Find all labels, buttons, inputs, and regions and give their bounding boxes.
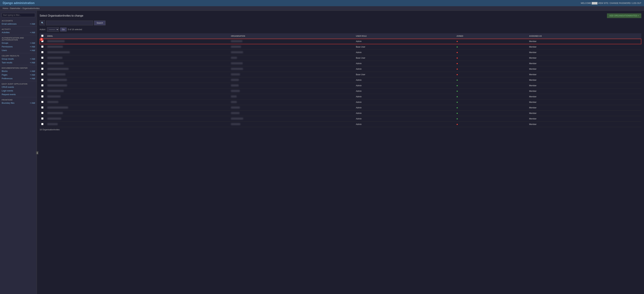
sidebar-collapse-button[interactable]: ❮ [36,151,38,154]
row-select-cell [40,88,46,94]
row-email [46,116,229,122]
search-input[interactable] [46,20,93,25]
sidebar-filter-wrap [0,12,37,18]
row-select-cell [40,66,46,72]
sidebar-add-task-results[interactable]: + Add [30,61,35,64]
row-checkbox[interactable] [41,62,44,64]
search-button[interactable]: Search [94,20,106,25]
row-user-role: Admin [354,61,455,66]
row-email [46,88,229,94]
sidebar-link-blocks[interactable]: Blocks [2,70,8,72]
header-nav: WELCOME ████ VIEW SITE / CHANGE PASSWORD… [581,2,641,4]
breadcrumb: Home › Stakeholder › OrganisationInvites [0,6,644,11]
row-joined: ● [455,50,528,55]
row-email [46,66,229,72]
row-checkbox[interactable] [41,112,44,114]
sidebar-link-boundary-files[interactable]: Boundary files [2,102,14,104]
row-organisation [229,44,354,50]
sidebar-item-users: Users + Add [0,48,37,52]
row-joined: ● [455,55,528,61]
sidebar-add-preferences[interactable]: + Add [30,77,35,80]
log-out-link[interactable]: LOG OUT [632,2,641,4]
row-assigned-as: Member [528,44,641,50]
row-assigned-as: Member [528,77,641,83]
sidebar-add-groups[interactable]: + Add [30,42,35,44]
row-joined: ● [455,61,528,66]
col-header-assigned-as: ASSIGNED AS [528,33,641,39]
sidebar-section-auth: AUTHENTICATION AND AUTHORIZATION [0,36,37,41]
breadcrumb-home[interactable]: Home [3,7,8,9]
sidebar-add-boundary-files[interactable]: + Add [30,102,35,104]
add-organisationinvites-button[interactable]: ADD ORGANISATIONINVITES + [607,13,641,18]
sidebar-add-activities[interactable]: + Add [30,31,35,34]
sidebar-link-email-addresses[interactable]: Email addresses [2,23,16,25]
total-count: 16 OrganisationInvites [40,128,60,131]
row-organisation [229,50,354,55]
sidebar-add-group-results[interactable]: + Add [30,58,35,60]
sidebar-filter-input[interactable] [2,13,35,17]
row-select-cell [40,50,46,55]
sidebar-item-group-results: Group results + Add [0,57,37,61]
action-label: Action: [40,28,46,31]
row-select-cell [40,44,46,50]
row-checkbox[interactable] [41,90,44,92]
sidebar-link-request-events[interactable]: Request events [2,93,16,96]
sidebar-add-users[interactable]: + Add [30,49,35,52]
row-organisation [229,105,354,111]
row-select-cell [40,72,46,77]
row-checkbox[interactable] [41,68,44,70]
sidebar-link-group-results[interactable]: Group results [2,58,14,60]
row-checkbox[interactable] [41,123,44,125]
row-select-cell [40,122,46,127]
row-organisation [229,94,354,99]
row-user-role: Admin [354,111,455,116]
sidebar-link-crud-events[interactable]: CRUD events [2,86,14,88]
sidebar-link-login-events[interactable]: Login events [2,90,13,92]
sidebar-section-accounts: ACCOUNTS [0,19,37,22]
row-email [46,44,229,50]
sidebar-link-groups[interactable]: Groups [2,42,8,44]
table-row: Base User ● Member [40,44,641,50]
table-row: Admin ● Member [40,116,641,122]
row-checkbox[interactable] [41,73,44,75]
row-email [46,39,229,44]
row-joined: ● [455,94,528,99]
sidebar-section-docs: DOCUMENTATION CENTER [0,66,37,69]
sidebar-add-pages[interactable]: + Add [30,74,35,76]
row-assigned-as: Member [528,61,641,66]
row-joined: ● [455,44,528,50]
row-checkbox[interactable] [41,106,44,109]
sidebar-link-preferences[interactable]: Preferences [2,77,12,80]
sidebar-item-boundary-files: Boundary files + Add [0,101,37,105]
sidebar-link-users[interactable]: Users [2,49,7,52]
sidebar-link-permissions[interactable]: Permissions [2,45,12,48]
row-checkbox[interactable] [41,51,44,53]
row-user-role: Admin [354,77,455,83]
view-site-link[interactable]: VIEW SITE [598,2,608,4]
sidebar-item-permissions: Permissions + Add [0,45,37,48]
row-select-cell [40,55,46,61]
row-checkbox[interactable] [41,79,44,81]
row-checkbox[interactable] [41,45,44,48]
row-checkbox[interactable] [41,101,44,103]
row-assigned-as: Member [528,55,641,61]
row-checkbox[interactable] [41,95,44,97]
row-email [46,55,229,61]
sidebar-add-email-addresses[interactable]: + Add [30,23,35,25]
sidebar-link-activities[interactable]: Activities [2,31,10,34]
action-select[interactable]: --------- [47,27,59,32]
row-checkbox[interactable] [41,57,44,59]
sidebar-link-pages[interactable]: Pages [2,74,8,76]
action-go-button[interactable]: Go [60,27,66,31]
breadcrumb-stakeholder[interactable]: Stakeholder [10,7,21,9]
row-checkbox[interactable] [41,117,44,120]
change-password-link[interactable]: CHANGE PASSWORD [610,2,630,4]
row-select-cell [40,83,46,88]
col-header-user-role: USER ROLE [354,33,455,39]
row-user-role: Admin [354,99,455,105]
row-checkbox[interactable] [41,84,44,86]
sidebar-add-blocks[interactable]: + Add [30,70,35,72]
select-all-checkbox[interactable] [41,35,44,37]
sidebar-link-task-results[interactable]: Task results [2,61,12,64]
sidebar-add-permissions[interactable]: + Add [30,45,35,48]
